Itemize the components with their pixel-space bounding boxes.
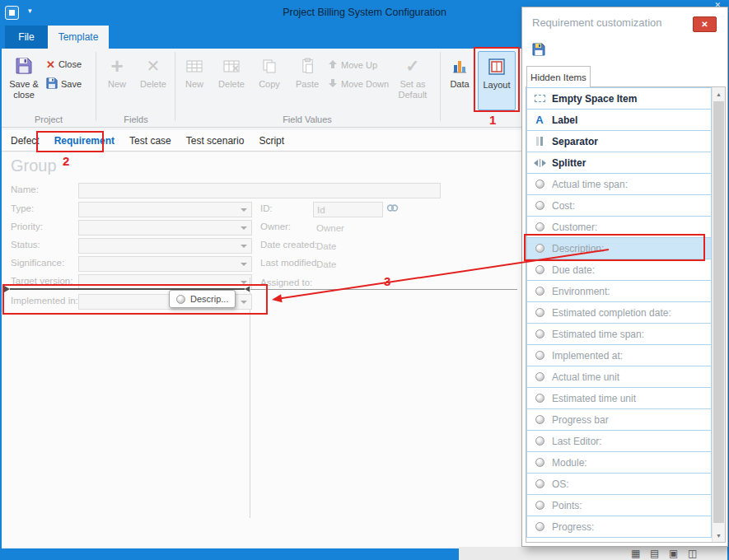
field-icon [533, 415, 546, 424]
hidden-items-list: Empty Space Item ALabel Separator Splitt… [526, 86, 726, 543]
annotation-box-drop-target [2, 284, 268, 315]
close-icon: ✕ [701, 20, 708, 29]
scroll-down-button[interactable]: ▼ [713, 529, 725, 542]
close-icon: ✕ [46, 58, 55, 71]
save-icon [46, 77, 58, 91]
move-down-label: Move Down [341, 79, 389, 89]
statusbar-columns-icon[interactable]: ◫ [688, 548, 697, 559]
delete-field-label: Delete [140, 79, 166, 90]
scroll-up-button[interactable]: ▲ [713, 87, 725, 100]
statusbar-rows-icon[interactable]: ▤ [650, 548, 659, 559]
scrollbar-thumb[interactable] [713, 101, 724, 523]
separator-icon [533, 136, 546, 147]
new-value-button: New [178, 51, 211, 110]
copy-label: Copy [259, 79, 280, 90]
list-item-environment[interactable]: Environment: [526, 280, 712, 302]
new-field-button: + New [100, 51, 133, 110]
tab-script[interactable]: Script [251, 135, 292, 147]
data-button[interactable]: Data [445, 51, 474, 110]
annotation-step-2: 2 [63, 154, 69, 168]
list-item-due-date[interactable]: Due date: [526, 259, 712, 281]
arrow-down-icon [328, 78, 338, 90]
field-icon [533, 522, 546, 531]
link-icon [386, 203, 399, 216]
name-input[interactable] [78, 183, 441, 198]
list-item-progress-bar[interactable]: Progress bar [526, 408, 712, 431]
ribbon-tab-template[interactable]: Template [48, 26, 109, 49]
list-item-last-editor[interactable]: Last Editor: [526, 430, 712, 452]
hidden-items-tab-label: Hidden Items [530, 72, 586, 82]
list-item-label[interactable]: ALabel [526, 109, 712, 131]
list-item-estimated-time-span[interactable]: Estimated time span: [526, 323, 712, 345]
delete-icon: ✕ [147, 54, 161, 77]
significance-combo[interactable] [78, 256, 252, 272]
close-button[interactable]: ✕ Close [46, 56, 82, 72]
save-close-label: Save & close [5, 79, 43, 100]
last-modified-field: Date [313, 256, 437, 272]
list-item-points[interactable]: Points: [526, 494, 712, 516]
ribbon-group-label-fields: Fields [97, 114, 175, 124]
scrollbar: ▲ ▼ [712, 87, 725, 542]
field-icon [533, 287, 546, 296]
list-item-estimated-completion-date[interactable]: Estimated completion date: [526, 301, 712, 324]
tab-hidden-items[interactable]: Hidden Items [526, 66, 591, 87]
status-combo[interactable] [78, 238, 252, 254]
label-icon: A [533, 114, 546, 126]
tab-test-case[interactable]: Test case [122, 135, 179, 147]
list-item-estimated-time-unit[interactable]: Estimated time unit [526, 387, 712, 409]
paste-icon [301, 54, 315, 77]
save-close-icon [15, 54, 33, 77]
annotation-box-description-item [524, 234, 705, 261]
ribbon-tab-file[interactable]: File [5, 26, 48, 49]
table-delete-icon [223, 54, 240, 77]
list-item-module[interactable]: Module: [526, 451, 712, 474]
list-item-separator[interactable]: Separator [526, 130, 712, 152]
ribbon-group-label-field-values: Field Values [176, 114, 438, 124]
data-chart-icon [451, 54, 468, 77]
save-and-close-button[interactable]: Save & close [5, 51, 43, 110]
move-up-label: Move Up [341, 60, 377, 70]
close-label: Close [58, 59, 82, 69]
field-icon [533, 458, 546, 467]
panel-title: Requirement customization [532, 16, 662, 29]
copy-icon [262, 54, 277, 77]
tab-test-scenario[interactable]: Test scenario [179, 135, 252, 147]
set-as-default-button: ✓ Set as Default [389, 51, 437, 110]
paste-label: Paste [296, 79, 319, 90]
field-icon [533, 501, 546, 510]
field-icon [533, 351, 546, 360]
new-value-label: New [185, 79, 203, 90]
status-label: Status: [11, 240, 40, 250]
move-up-button: Move Up [328, 57, 377, 73]
list-item-splitter[interactable]: Splitter [526, 152, 712, 174]
group-header: Group [11, 156, 57, 175]
list-item-actual-time-span[interactable]: Actual time span: [526, 173, 712, 195]
group-separator [96, 52, 96, 121]
list-item-implemented-at[interactable]: Implemented at: [526, 344, 712, 366]
window-border-left [0, 0, 2, 560]
panel-save-button[interactable] [530, 41, 548, 59]
field-icon [533, 479, 546, 488]
statusbar-square-icon[interactable]: ▣ [669, 548, 678, 559]
table-new-icon [186, 54, 203, 77]
panel-close-button[interactable]: ✕ [693, 16, 717, 32]
list-item-actual-time-unit[interactable]: Actual time unit [526, 366, 712, 388]
significance-label: Significance: [11, 258, 64, 268]
field-icon [533, 222, 546, 231]
field-icon [533, 372, 546, 381]
new-field-label: New [108, 79, 126, 90]
save-button[interactable]: Save [46, 76, 82, 92]
annotation-step-1: 1 [489, 113, 496, 127]
owner-field: Owner [313, 220, 437, 236]
list-item-empty-space[interactable]: Empty Space Item [526, 87, 712, 110]
assigned-to-label: Assigned to: [260, 278, 312, 287]
priority-label: Priority: [11, 222, 43, 231]
row-boundary-line [250, 289, 517, 290]
statusbar-grid-icon[interactable]: ▦ [631, 548, 640, 559]
list-item-os[interactable]: OS: [526, 473, 712, 495]
type-combo[interactable] [78, 202, 252, 217]
list-item-cost[interactable]: Cost: [526, 194, 712, 217]
priority-combo[interactable] [78, 220, 252, 236]
type-label: Type: [11, 203, 34, 213]
list-item-progress[interactable]: Progress: [526, 516, 712, 538]
